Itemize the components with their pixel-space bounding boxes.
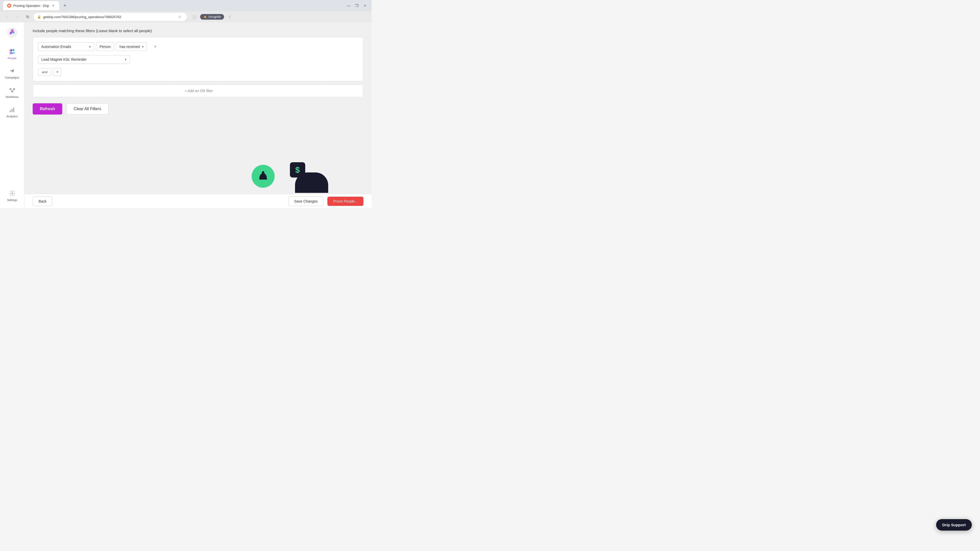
browser-tab-active[interactable]: Pruning Operation · Drip × [3, 1, 59, 10]
window-close-btn[interactable]: × [361, 2, 369, 9]
svg-point-7 [13, 49, 14, 51]
app-container: People Campaigns [0, 22, 372, 208]
deco-black-shape [295, 172, 328, 193]
filter-subject-value: Person [100, 44, 111, 49]
or-filter-label: + Add an OR filter [185, 89, 213, 93]
svg-rect-12 [10, 88, 11, 90]
window-minimize-btn[interactable]: — [345, 2, 352, 9]
sidebar-item-settings[interactable]: Settings [2, 187, 22, 204]
svg-line-16 [12, 90, 14, 91]
filter-type-chevron: ▾ [89, 44, 91, 49]
add-or-filter-btn[interactable]: + Add an OR filter [33, 84, 363, 97]
add-condition-btn[interactable]: + [53, 68, 61, 76]
filter-close-btn[interactable]: × [153, 43, 158, 50]
browser-titlebar: Pruning Operation · Drip × + — ❐ × [0, 0, 372, 11]
svg-rect-17 [10, 110, 11, 112]
and-plus-row: and + [38, 68, 358, 76]
svg-point-3 [11, 30, 12, 31]
incognito-profile-btn[interactable]: 🕵 Incognito [200, 14, 224, 20]
svg-point-4 [10, 32, 12, 35]
nav-refresh-btn[interactable]: ↻ [24, 13, 32, 21]
workflows-icon [8, 86, 16, 94]
refresh-btn[interactable]: Refresh [33, 103, 62, 114]
people-icon [8, 48, 16, 56]
svg-rect-14 [11, 91, 13, 92]
filter-value-dropdown[interactable]: Lead Magnet #1b: Reminder ▾ [38, 55, 130, 64]
action-row: Refresh Clear All Filters [33, 103, 363, 114]
analytics-label: Analytics [6, 115, 18, 118]
tab-favicon [7, 3, 11, 8]
back-btn[interactable]: Back [33, 197, 52, 206]
settings-icon [8, 189, 16, 197]
filter-row: Automation Emails ▾ Person has received … [38, 42, 358, 51]
filter-box: Automation Emails ▾ Person has received … [33, 37, 363, 81]
sidebar-item-campaigns[interactable]: Campaigns [2, 64, 22, 82]
campaigns-icon [8, 67, 16, 75]
workflows-label: Workflows [6, 95, 19, 98]
svg-point-11 [11, 71, 13, 72]
filter-value-chevron: ▾ [125, 57, 127, 62]
sidebar: People Campaigns [0, 22, 24, 208]
svg-rect-18 [11, 109, 13, 112]
deco-green-circle [251, 165, 275, 188]
settings-label: Settings [7, 198, 18, 202]
analytics-icon [8, 106, 16, 114]
bookmark-icon[interactable]: ☆ [176, 13, 183, 21]
people-label: People [8, 57, 16, 60]
filter-type-value: Automation Emails [41, 44, 71, 49]
clear-filters-btn[interactable]: Clear All Filters [66, 103, 109, 114]
address-lock-icon: 🔒 [37, 15, 41, 19]
filter-value-row: Lead Magnet #1b: Reminder ▾ [38, 55, 358, 64]
svg-rect-13 [13, 88, 15, 90]
svg-line-15 [11, 90, 12, 91]
address-url: getdrip.com/7641396/pruning_operations/7… [43, 15, 121, 19]
menu-icon[interactable]: ⋮ [226, 13, 233, 21]
save-changes-btn[interactable]: Save Changes [288, 197, 324, 206]
illustration-area: $ [24, 142, 372, 193]
tab-title: Pruning Operation · Drip [13, 4, 49, 8]
nav-back-btn[interactable]: ‹ [3, 13, 11, 21]
sidebar-item-people[interactable]: People [2, 45, 22, 62]
sidebar-item-workflows[interactable]: Workflows [2, 84, 22, 101]
tab-close-btn[interactable]: × [51, 3, 55, 8]
extensions-icon[interactable]: ⬚ [191, 13, 198, 21]
browser-addressbar: ‹ › ↻ 🔒 getdrip.com/7641396/pruning_oper… [0, 11, 372, 22]
svg-point-21 [262, 171, 264, 174]
toolbar-right: ⬚ 🕵 Incognito ⋮ [191, 13, 233, 21]
filter-type-dropdown[interactable]: Automation Emails ▾ [38, 42, 94, 51]
deco-s-badge: $ [290, 162, 305, 178]
prune-people-btn[interactable]: Prune People... [328, 197, 363, 206]
address-bar[interactable]: 🔒 getdrip.com/7641396/pruning_operations… [34, 13, 187, 21]
address-right-icons: ☆ [176, 13, 183, 21]
new-tab-btn[interactable]: + [61, 2, 68, 9]
filter-condition-dropdown[interactable]: has received ▾ [116, 42, 147, 51]
svg-point-20 [11, 192, 13, 194]
incognito-icon: 🕵 [203, 15, 207, 19]
campaigns-label: Campaigns [5, 76, 19, 79]
svg-point-10 [12, 52, 15, 54]
svg-point-0 [8, 5, 10, 6]
nav-forward-btn[interactable]: › [13, 13, 21, 21]
filter-subject-chip[interactable]: Person [96, 42, 114, 51]
window-controls: — ❐ × [345, 2, 369, 9]
main-content: Include people matching these filters (L… [24, 22, 372, 208]
and-btn[interactable]: and [38, 68, 51, 76]
filter-condition-value: has received [119, 44, 140, 49]
svg-point-5 [13, 32, 14, 34]
window-maximize-btn[interactable]: ❐ [353, 2, 360, 9]
filter-condition-chevron: ▾ [142, 44, 144, 49]
browser-chrome: Pruning Operation · Drip × + — ❐ × ‹ › ↻… [0, 0, 372, 22]
filter-value-text: Lead Magnet #1b: Reminder [41, 57, 86, 62]
svg-rect-19 [13, 108, 14, 112]
incognito-label: Incognito [208, 15, 221, 19]
sidebar-logo [6, 27, 18, 39]
footer-bar: Back Save Changes Prune People... [24, 194, 372, 208]
svg-point-8 [9, 50, 11, 52]
filter-header-text: Include people matching these filters (L… [33, 29, 363, 33]
sidebar-item-analytics[interactable]: Analytics [2, 103, 22, 121]
